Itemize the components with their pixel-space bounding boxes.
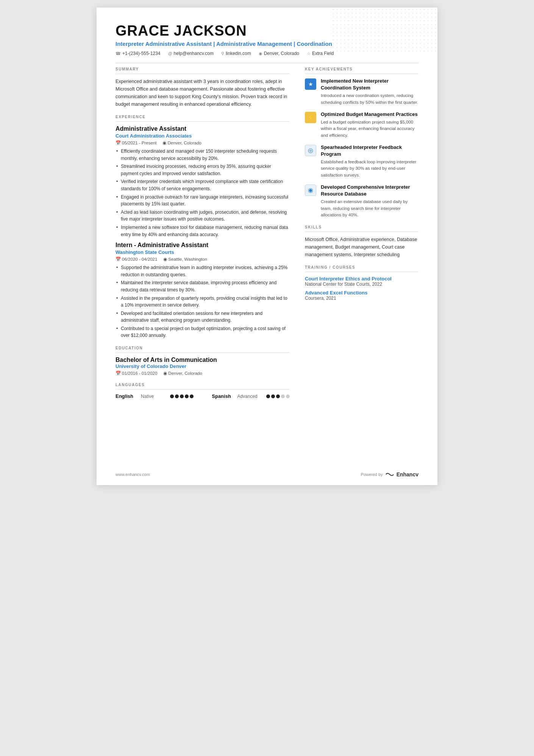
list-item: Efficiently coordinated and managed over… — [116, 148, 290, 162]
right-column: KEY ACHIEVEMENTS ★ Implemented New Inter… — [305, 67, 418, 399]
training-name-2: Advanced Excel Functions — [305, 290, 418, 296]
dot — [175, 394, 179, 398]
achievement-icon-db: ◉ — [305, 185, 316, 196]
job-title-1: Administrative Assistant — [116, 125, 290, 132]
achievement-title-3: Spearheaded Interpreter Feedback Program — [321, 144, 418, 158]
lang-dots-english — [170, 394, 194, 398]
list-item: Supported the administrative team in aud… — [116, 264, 290, 278]
pin-icon-edu: ◉ — [163, 371, 167, 376]
language-row-english: English Native Spanish Advanced — [116, 393, 290, 399]
languages-label: LANGUAGES — [116, 383, 290, 387]
dot — [266, 394, 270, 398]
list-item: Acted as lead liaison coordinating with … — [116, 209, 290, 223]
contact-linkedin: ⚲ linkedin.com — [221, 51, 251, 56]
achievement-icon-star: ★ — [305, 78, 316, 90]
achievement-desc-1: Introduced a new coordination system, re… — [321, 92, 418, 106]
list-item: Engaged in proactive outreach for rare l… — [116, 194, 290, 208]
skills-label: SKILLS — [305, 225, 418, 229]
job-date-2: 📅 06/2020 - 04/2021 — [116, 257, 157, 262]
achievement-desc-4: Created an extensive database used daily… — [321, 199, 418, 218]
summary-text: Experienced administrative assistant wit… — [116, 78, 290, 108]
powered-label: Powered by — [361, 472, 383, 477]
dot — [170, 394, 174, 398]
achievement-2: ⚡ Optimized Budget Management Practices … — [305, 111, 418, 139]
enhancv-logo-icon — [385, 471, 394, 477]
phone-icon: ☎ — [116, 51, 121, 56]
training-name-1: Court Interpreter Ethics and Protocol — [305, 276, 418, 282]
list-item: Developed and facilitated orientation se… — [116, 310, 290, 324]
left-column: SUMMARY Experienced administrative assis… — [116, 67, 290, 399]
email-icon: @ — [168, 51, 172, 56]
contact-row: ☎ +1-(234)-555-1234 @ help@enhancv.com ⚲… — [116, 51, 418, 56]
job-bullets-1: Efficiently coordinated and managed over… — [116, 148, 290, 238]
dot — [180, 394, 184, 398]
contact-email: @ help@enhancv.com — [168, 51, 214, 56]
footer-website: www.enhancv.com — [116, 472, 150, 477]
list-item: Maintained the interpreter service datab… — [116, 279, 290, 293]
dot — [281, 394, 285, 398]
list-item: Verified interpreter credentials which i… — [116, 178, 290, 192]
job-date-1: 📅 05/2021 - Present — [116, 140, 156, 146]
company-name-1: Court Administration Associates — [116, 133, 290, 139]
link-icon: ⚲ — [221, 51, 224, 56]
list-item: Streamlined invoicing processes, reducin… — [116, 163, 290, 177]
edu-institution: University of Colorado Denver — [116, 363, 290, 369]
linkedin-value: linkedin.com — [226, 51, 251, 56]
list-item: Contributed to a special project on budg… — [116, 325, 290, 339]
resume-header: GRACE JACKSON Interpreter Administrative… — [116, 23, 418, 56]
extra-value: Extra Field — [312, 51, 334, 56]
brand-name: Enhancv — [397, 471, 418, 477]
company-name-2: Washington State Courts — [116, 249, 290, 255]
job-meta-1: 📅 05/2021 - Present ◉ Denver, Colorado — [116, 140, 290, 146]
summary-label: SUMMARY — [116, 67, 290, 71]
calendar-icon-edu: 📅 — [116, 371, 121, 376]
lang-level-english: Native — [141, 394, 166, 399]
achievement-content-2: Optimized Budget Management Practices Le… — [321, 111, 418, 139]
lang-name-spanish: Spanish — [212, 393, 233, 399]
skills-divider — [305, 232, 418, 232]
training-org-2: Coursera, 2021 — [305, 296, 418, 301]
list-item: Implemented a new software tool for data… — [116, 224, 290, 238]
achievements-divider — [305, 74, 418, 74]
dot — [185, 394, 189, 398]
achievements-label: KEY ACHIEVEMENTS — [305, 67, 418, 71]
header-divider — [116, 63, 418, 63]
list-item: Assisted in the preparation of quarterly… — [116, 295, 290, 309]
achievement-1: ★ Implemented New Interpreter Coordinati… — [305, 78, 418, 106]
job-bullets-2: Supported the administrative team in aud… — [116, 264, 290, 339]
dot — [286, 394, 290, 398]
training-org-1: National Center for State Courts, 2022 — [305, 282, 418, 287]
achievement-title-1: Implemented New Interpreter Coordination… — [321, 78, 418, 91]
calendar-icon-2: 📅 — [116, 257, 121, 262]
edu-meta: 📅 01/2016 - 01/2020 ◉ Denver, Colorado — [116, 371, 290, 376]
languages-divider — [116, 389, 290, 390]
pin-icon-1: ◉ — [162, 140, 166, 146]
lang-level-spanish: Advanced — [237, 394, 262, 399]
main-content: SUMMARY Experienced administrative assis… — [116, 67, 418, 399]
lang-dots-spanish — [266, 394, 290, 398]
location-icon: ◉ — [259, 51, 262, 56]
achievement-content-3: Spearheaded Interpreter Feedback Program… — [321, 144, 418, 178]
achievement-4: ◉ Developed Comprehensive Interpreter Re… — [305, 184, 418, 218]
achievement-icon-bolt: ⚡ — [305, 112, 316, 123]
star-icon: ☆ — [307, 51, 311, 56]
contact-extra: ☆ Extra Field — [307, 51, 334, 56]
candidate-title: Interpreter Administrative Assistant | A… — [116, 41, 418, 47]
training-label: TRAINING / COURSES — [305, 265, 418, 269]
training-item-1: Court Interpreter Ethics and Protocol Na… — [305, 276, 418, 287]
edu-degree: Bachelor of Arts in Communication — [116, 357, 290, 363]
dot — [276, 394, 280, 398]
job-meta-2: 📅 06/2020 - 04/2021 ◉ Seattle, Washingto… — [116, 257, 290, 262]
achievement-desc-3: Established a feedback loop improving in… — [321, 159, 418, 178]
powered-by: Powered by Enhancv — [361, 471, 418, 477]
page-footer: www.enhancv.com Powered by Enhancv — [116, 471, 418, 477]
candidate-name: GRACE JACKSON — [116, 23, 418, 39]
achievement-desc-2: Led a budget optimization project saving… — [321, 119, 418, 139]
skills-text: Microsoft Office, Administrative experie… — [305, 236, 418, 258]
summary-divider — [116, 74, 290, 74]
phone-value: +1-(234)-555-1234 — [122, 51, 160, 56]
edu-location: ◉ Denver, Colorado — [163, 371, 202, 376]
resume-page: GRACE JACKSON Interpreter Administrative… — [97, 8, 437, 485]
education-divider — [116, 352, 290, 353]
experience-divider — [116, 121, 290, 122]
